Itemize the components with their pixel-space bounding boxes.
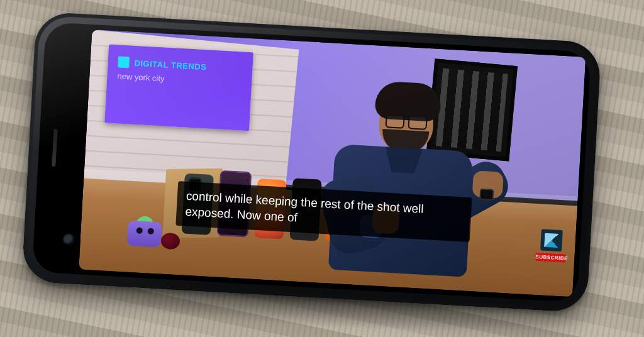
glasses-icon — [386, 114, 428, 129]
phone-body: DIGITAL TRENDS new york city — [21, 11, 602, 313]
subscribe-badge[interactable]: SUBSCRIBE — [535, 229, 567, 263]
video-player[interactable]: DIGITAL TRENDS new york city — [79, 30, 586, 297]
plant-pot — [126, 221, 162, 248]
channel-location: new york city — [117, 71, 242, 87]
presenter — [309, 67, 496, 278]
channel-logo-icon — [118, 56, 130, 68]
subscribe-label[interactable]: SUBSCRIBE — [535, 253, 566, 263]
tabletop-scene: DIGITAL TRENDS new york city — [0, 0, 644, 337]
channel-name: DIGITAL TRENDS — [134, 58, 207, 71]
wristwatch-icon — [479, 189, 494, 201]
smartphone: DIGITAL TRENDS new york city — [21, 11, 602, 313]
tv-overlay: DIGITAL TRENDS new york city — [104, 45, 253, 131]
caption-text: control while keeping the rest of the sh… — [185, 189, 424, 224]
phone-screen[interactable]: DIGITAL TRENDS new york city — [79, 30, 586, 297]
subscribe-logo-icon — [540, 229, 563, 251]
